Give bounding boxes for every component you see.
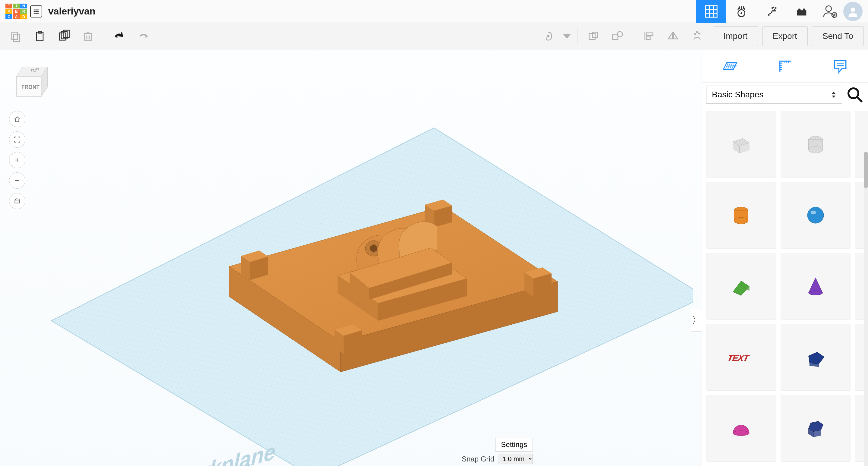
svg-point-58 <box>698 32 701 34</box>
svg-marker-119 <box>832 96 835 98</box>
svg-rect-4 <box>34 13 35 13</box>
svg-rect-31 <box>13 34 20 41</box>
svg-marker-145 <box>809 352 824 364</box>
import-button[interactable]: Import <box>713 26 758 46</box>
sendto-button[interactable]: Send To <box>812 26 864 46</box>
editor-3d-button[interactable] <box>696 0 726 27</box>
home-view-button[interactable] <box>9 111 25 127</box>
duplicate-button[interactable] <box>53 25 75 48</box>
ortho-button[interactable] <box>9 193 25 209</box>
shape-hex-prism[interactable] <box>781 395 851 462</box>
brick-button[interactable] <box>786 0 817 27</box>
workplane-settings-button[interactable]: Settings <box>495 438 533 452</box>
shape-search-button[interactable] <box>846 86 864 104</box>
svg-point-59 <box>696 31 698 33</box>
svg-marker-46 <box>563 34 570 39</box>
sim-button[interactable] <box>726 0 756 27</box>
panel-scrollbar[interactable] <box>864 152 868 466</box>
svg-point-25 <box>826 6 832 11</box>
svg-rect-21 <box>774 10 776 11</box>
design-list-button[interactable] <box>30 5 42 18</box>
delete-button[interactable] <box>76 25 99 48</box>
svg-rect-3 <box>35 11 38 12</box>
shape-cylinder[interactable] <box>706 182 776 249</box>
align-button[interactable] <box>638 25 660 48</box>
panel-collapse-handle[interactable]: 〉 <box>691 309 702 332</box>
invite-user-button[interactable] <box>822 3 838 20</box>
paste-button[interactable] <box>28 25 51 48</box>
svg-point-45 <box>547 35 550 37</box>
notes-tool[interactable] <box>828 54 852 78</box>
zoom-in-button[interactable] <box>9 152 25 168</box>
svg-rect-68 <box>15 200 19 203</box>
svg-rect-0 <box>34 9 35 10</box>
svg-point-12 <box>741 12 742 14</box>
blocks-button[interactable] <box>756 0 786 27</box>
svg-rect-52 <box>647 33 653 36</box>
svg-marker-43 <box>115 34 118 38</box>
toolbar: Import Export Send To <box>0 23 868 50</box>
svg-rect-19 <box>772 7 773 9</box>
snap-grid-select[interactable]: 1.0 mm <box>498 454 533 464</box>
workplane-tool[interactable] <box>718 54 742 78</box>
svg-marker-118 <box>832 92 835 94</box>
ruler-tool[interactable] <box>773 54 797 78</box>
svg-line-121 <box>857 97 862 102</box>
visibility-dropdown[interactable] <box>561 25 573 48</box>
cruise-button[interactable] <box>686 25 709 48</box>
shapes-panel: Basic Shapes TEXT <box>702 50 868 466</box>
svg-text:TEXT: TEXT <box>727 353 750 363</box>
redo-button[interactable] <box>132 25 155 48</box>
svg-marker-44 <box>146 34 148 38</box>
svg-point-57 <box>694 33 696 35</box>
shape-half-sphere[interactable] <box>706 395 776 462</box>
svg-rect-24 <box>803 8 805 11</box>
design-name[interactable]: valeriyvan <box>48 6 96 17</box>
svg-point-143 <box>809 290 823 295</box>
svg-marker-56 <box>674 33 678 39</box>
export-button[interactable]: Export <box>762 26 808 46</box>
shape-cylinder-hole[interactable] <box>781 111 851 178</box>
snap-grid-label: Snap Grid <box>462 455 494 463</box>
svg-rect-2 <box>34 11 35 12</box>
svg-point-138 <box>807 207 824 223</box>
shape-category-select[interactable]: Basic Shapes <box>706 86 842 104</box>
group-button[interactable] <box>582 25 604 48</box>
svg-rect-5 <box>35 13 38 13</box>
svg-point-29 <box>851 7 855 12</box>
svg-rect-22 <box>797 10 807 15</box>
shape-cone[interactable] <box>781 253 851 320</box>
shape-roof[interactable] <box>706 253 776 320</box>
svg-rect-13 <box>768 14 770 16</box>
3d-canvas[interactable]: TOP FRONT <box>0 50 702 466</box>
fit-view-button[interactable] <box>9 131 25 148</box>
shape-text[interactable]: TEXT <box>706 324 776 391</box>
svg-rect-16 <box>772 10 774 11</box>
visibility-button[interactable] <box>537 25 560 48</box>
ungroup-button[interactable] <box>606 25 629 48</box>
tinkercad-logo[interactable]: TINKERCAD <box>5 4 27 19</box>
svg-point-131 <box>809 147 823 153</box>
undo-button[interactable] <box>108 25 131 48</box>
svg-rect-20 <box>773 6 775 8</box>
svg-rect-14 <box>770 13 771 14</box>
svg-rect-6 <box>706 5 717 17</box>
shape-box-hole[interactable] <box>706 111 776 178</box>
svg-rect-18 <box>775 7 777 9</box>
shape-sphere[interactable] <box>781 182 851 249</box>
svg-rect-1 <box>35 9 38 10</box>
svg-rect-53 <box>647 37 650 39</box>
svg-point-137 <box>734 218 748 224</box>
svg-rect-15 <box>771 11 772 13</box>
app-header: TINKERCAD valeriyvan <box>0 0 868 23</box>
svg-point-149 <box>733 431 749 436</box>
svg-rect-17 <box>774 8 775 10</box>
svg-rect-23 <box>798 8 801 11</box>
svg-rect-30 <box>12 32 18 39</box>
shape-polygon[interactable] <box>781 324 851 391</box>
copy-button[interactable] <box>4 25 27 48</box>
zoom-out-button[interactable] <box>9 173 25 189</box>
mirror-button[interactable] <box>661 25 684 48</box>
user-avatar[interactable] <box>843 2 863 21</box>
svg-marker-55 <box>669 33 673 39</box>
